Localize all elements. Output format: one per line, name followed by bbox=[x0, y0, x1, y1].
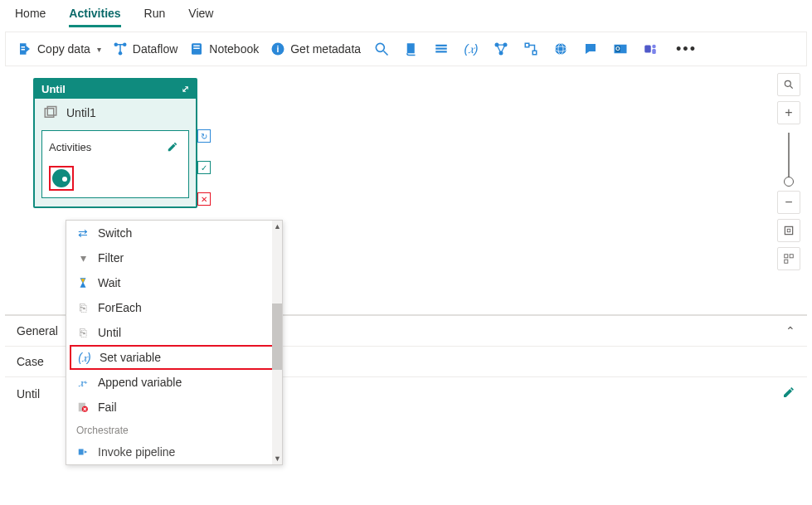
menu-item-filter[interactable]: ▾ Filter bbox=[66, 245, 282, 270]
tab-home[interactable]: Home bbox=[15, 7, 46, 27]
toolbar: Copy data ▾ Dataflow Notebook i Get meta… bbox=[5, 32, 807, 66]
append-variable-icon: 𝑥+ bbox=[76, 376, 90, 389]
top-tabs: Home Activities Run View bbox=[0, 0, 812, 28]
svg-rect-39 bbox=[79, 449, 84, 455]
tab-view[interactable]: View bbox=[188, 7, 213, 27]
svg-point-19 bbox=[555, 43, 566, 55]
chevron-down-icon: ▾ bbox=[97, 45, 101, 54]
fit-screen-button[interactable] bbox=[777, 219, 800, 242]
svg-rect-35 bbox=[790, 255, 793, 258]
svg-point-8 bbox=[376, 43, 384, 51]
zoom-slider-handle[interactable] bbox=[784, 177, 794, 187]
copy-data-icon bbox=[17, 41, 32, 56]
until-node[interactable]: Until ⤢ Until1 Activities bbox=[33, 78, 197, 208]
outlook-icon[interactable]: O bbox=[611, 40, 630, 58]
variable-icon[interactable]: (𝑥) bbox=[462, 40, 480, 58]
info-icon: i bbox=[270, 41, 285, 56]
menu-item-invoke-pipeline[interactable]: Invoke pipeline bbox=[66, 439, 282, 464]
tab-run[interactable]: Run bbox=[144, 7, 166, 27]
dataflow-icon bbox=[113, 41, 128, 56]
edit-activities-button[interactable] bbox=[163, 138, 182, 156]
svg-rect-25 bbox=[644, 46, 651, 53]
graph-icon[interactable] bbox=[492, 40, 510, 58]
menu-item-until[interactable]: ⎘ Until bbox=[66, 320, 282, 345]
success-anchor[interactable]: ✓ bbox=[197, 161, 211, 174]
svg-line-9 bbox=[384, 51, 388, 56]
notebook-button[interactable]: Notebook bbox=[189, 41, 259, 56]
scroll-down-icon[interactable]: ▼ bbox=[274, 454, 281, 463]
copy-data-button[interactable]: Copy data ▾ bbox=[17, 41, 101, 56]
menu-category-orchestrate: Orchestrate bbox=[66, 420, 282, 439]
until-icon: ⎘ bbox=[76, 326, 90, 339]
zoom-in-button[interactable]: + bbox=[777, 101, 800, 124]
scroll-up-icon[interactable]: ▲ bbox=[274, 222, 281, 231]
expand-icon[interactable]: ⤢ bbox=[182, 84, 189, 95]
svg-point-26 bbox=[652, 45, 656, 49]
list-icon[interactable] bbox=[432, 40, 450, 58]
invoke-pipeline-icon bbox=[76, 445, 90, 459]
menu-item-fail[interactable]: Fail bbox=[66, 395, 282, 420]
fail-icon bbox=[76, 401, 90, 414]
svg-rect-18 bbox=[532, 51, 537, 55]
until-name-text: Until1 bbox=[66, 106, 96, 119]
canvas-controls: + − bbox=[777, 73, 800, 270]
svg-rect-11 bbox=[435, 45, 447, 46]
svg-rect-34 bbox=[785, 255, 788, 258]
canvas-search-button[interactable] bbox=[777, 73, 800, 96]
chat-icon[interactable] bbox=[581, 40, 600, 58]
svg-rect-12 bbox=[435, 48, 447, 50]
script-icon[interactable] bbox=[402, 40, 421, 58]
retry-anchor[interactable]: ↻ bbox=[197, 129, 211, 143]
menu-label-fail: Fail bbox=[98, 401, 117, 414]
svg-rect-5 bbox=[194, 48, 201, 50]
svg-rect-32 bbox=[785, 226, 792, 234]
menu-label-foreach: ForEach bbox=[98, 301, 142, 314]
menu-label-append-variable: Append variable bbox=[98, 376, 182, 389]
svg-rect-27 bbox=[652, 49, 656, 54]
svg-rect-17 bbox=[525, 43, 529, 47]
filter-icon: ▾ bbox=[76, 251, 90, 265]
activity-picker-menu: ⇄ Switch ▾ Filter Wait ⎘ ForEach ⎘ Until… bbox=[66, 220, 283, 465]
get-metadata-button[interactable]: i Get metadata bbox=[270, 41, 361, 56]
more-button[interactable]: ••• bbox=[671, 41, 702, 58]
menu-item-wait[interactable]: Wait bbox=[66, 270, 282, 295]
web-icon[interactable] bbox=[552, 40, 570, 58]
menu-item-switch[interactable]: ⇄ Switch bbox=[66, 221, 282, 245]
activity-preview-icon bbox=[52, 169, 71, 187]
panel-collapse-button[interactable]: ⌃ bbox=[785, 324, 795, 337]
dataflow-button[interactable]: Dataflow bbox=[113, 41, 177, 56]
wait-icon bbox=[76, 276, 90, 289]
menu-label-switch: Switch bbox=[98, 226, 132, 240]
svg-rect-4 bbox=[194, 46, 201, 47]
foreach-icon: ⎘ bbox=[76, 301, 90, 314]
menu-item-append-variable[interactable]: 𝑥+ Append variable bbox=[66, 370, 282, 395]
activity-preview-row bbox=[49, 166, 182, 191]
notebook-label: Notebook bbox=[209, 42, 259, 56]
fail-anchor[interactable]: ✕ bbox=[197, 192, 211, 206]
zoom-out-button[interactable]: − bbox=[777, 191, 800, 214]
menu-scrollbar[interactable]: ▲ ▼ bbox=[272, 221, 282, 464]
svg-rect-36 bbox=[785, 260, 788, 263]
svg-line-31 bbox=[790, 86, 793, 89]
until-loop-icon bbox=[43, 105, 58, 120]
search-icon[interactable] bbox=[372, 40, 391, 58]
until-node-header: Until ⤢ bbox=[35, 80, 196, 99]
edit-row-button[interactable] bbox=[782, 386, 795, 401]
svg-text:O: O bbox=[615, 46, 620, 51]
teams-icon[interactable] bbox=[641, 40, 659, 58]
copy-data-label: Copy data bbox=[37, 42, 90, 56]
menu-item-set-variable[interactable]: (𝑥) Set variable bbox=[70, 345, 277, 370]
panel-tab-general[interactable]: General bbox=[17, 324, 58, 337]
layout-button[interactable] bbox=[777, 247, 800, 270]
highlighted-activity[interactable] bbox=[49, 166, 74, 191]
dependency-icon[interactable] bbox=[522, 40, 540, 58]
get-metadata-label: Get metadata bbox=[290, 42, 361, 56]
until-type-label: Until bbox=[41, 83, 66, 95]
zoom-slider[interactable] bbox=[788, 133, 790, 182]
svg-rect-33 bbox=[787, 229, 790, 232]
menu-item-foreach[interactable]: ⎘ ForEach bbox=[66, 295, 282, 320]
inner-activities-box: Activities bbox=[41, 130, 189, 198]
scroll-thumb[interactable] bbox=[272, 303, 282, 370]
tab-activities[interactable]: Activities bbox=[69, 7, 120, 27]
svg-point-30 bbox=[785, 80, 790, 86]
